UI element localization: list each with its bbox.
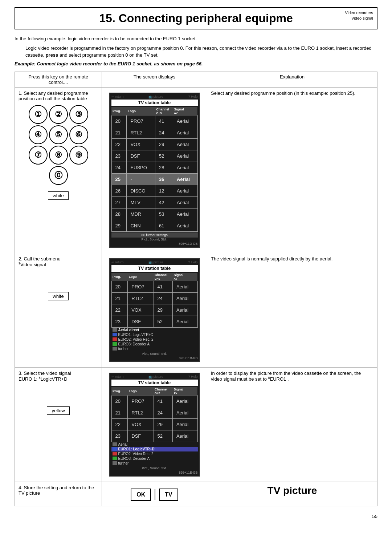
num-btn-4[interactable]: ④ bbox=[29, 125, 48, 144]
step3-mid: ↩ return 📺 picture ? Help TV station tab… bbox=[102, 367, 207, 482]
step2-mid: ↩ return 📺 picture ? Help TV station tab… bbox=[102, 253, 207, 367]
tv-table-header-3: Prog. Logo ChannelG+S SignalAV bbox=[111, 387, 197, 396]
page-title: 15. Connecting peripheral equipme bbox=[23, 12, 369, 25]
tv-table-2: Prog. Logo ChannelG+S SignalAV 20PRO741A… bbox=[111, 273, 198, 328]
table-header-row: Press this key on the remote control....… bbox=[15, 72, 377, 87]
num-btn-1[interactable]: ① bbox=[29, 105, 48, 124]
step1-text: 1. Select any desired programme position… bbox=[19, 90, 98, 101]
ok-button[interactable]: OK bbox=[131, 489, 151, 501]
tv-table-header-2: Prog. Logo ChannelG+S SignalAV bbox=[111, 273, 197, 281]
intro-line1: In the following example, logic video re… bbox=[15, 35, 377, 42]
tv-nav-picture-2: 📺 picture bbox=[148, 260, 163, 264]
tv-screen-2: ↩ return 📺 picture ? Help TV station tab… bbox=[109, 258, 200, 362]
num-btn-5[interactable]: ⑤ bbox=[49, 125, 68, 144]
step2-right: The video signal is normally supplied di… bbox=[207, 253, 377, 367]
tv-footer-3-code: Pict., Sound, Std. bbox=[111, 466, 198, 470]
tv-table-3: Prog. Logo ChannelG+S SignalAV 20PRO741A… bbox=[111, 387, 198, 442]
step3-explanation: In order to display the picture from the… bbox=[211, 370, 361, 382]
col3-header: Explanation bbox=[207, 72, 377, 87]
corner-bottom-label: Video signal bbox=[345, 16, 373, 21]
step1-mid: ↩ return 📺 picture ? Help TV station tab… bbox=[102, 87, 207, 253]
tv-footer-2-code: Pict., Sound, Std. bbox=[111, 352, 198, 356]
page-number: 55 bbox=[15, 514, 377, 519]
table-row: 4. Store the setting and return to the T… bbox=[15, 482, 377, 506]
num-btn-6[interactable]: ⑥ bbox=[69, 125, 88, 144]
line-connector bbox=[155, 489, 155, 500]
numpad-grid: ① ② ③ ④ ⑤ ⑥ ⑦ ⑧ ⑨ ⓪ bbox=[29, 105, 88, 185]
tv-picture-label: TV picture bbox=[211, 485, 373, 497]
tv-nav-picture-1: 📺 picture bbox=[148, 95, 163, 98]
page-header: Video recorders Video signal 15. Connect… bbox=[15, 7, 377, 29]
num-btn-9[interactable]: ⑨ bbox=[69, 146, 88, 165]
tv-code-2: 895+11B·GB bbox=[111, 356, 198, 360]
step1-left: 1. Select any desired programme position… bbox=[15, 87, 102, 253]
tv-code-3: 895+11E·GB bbox=[111, 471, 198, 474]
step4-text: 4. Store the setting and return to the T… bbox=[19, 485, 98, 496]
tv-button[interactable]: TV bbox=[159, 489, 178, 501]
num-btn-8[interactable]: ⑧ bbox=[49, 146, 68, 165]
step1-explanation: Select any desired programme position (i… bbox=[211, 90, 355, 96]
tv-code-1: 895+11D·GB bbox=[111, 242, 198, 246]
tv-nav-help-1: ? Help bbox=[188, 95, 197, 98]
tv-table-header: Prog. Logo ChannelG+S SignalAV bbox=[111, 107, 197, 116]
step4-right: TV picture bbox=[207, 482, 377, 506]
step2-text: 2. Call the submenu 9Video signal bbox=[19, 256, 98, 267]
tv-nav-return-3: ↩ return bbox=[111, 375, 124, 378]
tv-title-2: TV station table bbox=[111, 265, 198, 272]
tv-nav-picture-3: 📺 picture bbox=[148, 375, 163, 378]
tv-topnav-3: ↩ return 📺 picture ? Help bbox=[111, 375, 198, 378]
tv-nav-help-3: ? Help bbox=[188, 375, 197, 378]
table-row: 1. Select any desired programme position… bbox=[15, 87, 377, 253]
tv-topnav-2: ↩ return 📺 picture ? Help bbox=[111, 260, 198, 264]
num-btn-7[interactable]: ⑦ bbox=[29, 146, 48, 165]
tv-title-3: TV station table bbox=[111, 380, 198, 386]
table-row: 3. Select the video signal EURO 1: 8Logi… bbox=[15, 367, 377, 482]
tv-screen-3: ↩ return 📺 picture ? Help TV station tab… bbox=[109, 373, 200, 477]
step3-key-yellow[interactable]: yellow bbox=[47, 406, 69, 415]
tv-table-1: Prog. Logo ChannelG+S SignalAV 20PRO741A… bbox=[111, 107, 198, 232]
table-row: 2. Call the submenu 9Video signal white … bbox=[15, 253, 377, 367]
col1-header: Press this key on the remote control.... bbox=[15, 72, 102, 87]
corner-top-label: Video recorders bbox=[345, 10, 373, 16]
tv-topnav-1: ↩ return 📺 picture ? Help bbox=[111, 95, 198, 98]
step2-key-white[interactable]: white bbox=[48, 292, 68, 300]
col2-header: The screen displays bbox=[102, 72, 207, 87]
tv-nav-return-1: ↩ return bbox=[111, 95, 124, 98]
tv-nav-return-2: ↩ return bbox=[111, 260, 124, 264]
step3-left: 3. Select the video signal EURO 1: 8Logi… bbox=[15, 367, 102, 482]
step3-text: 3. Select the video signal EURO 1: 8Logi… bbox=[19, 370, 98, 382]
step4-left: 4. Store the setting and return to the T… bbox=[15, 482, 102, 506]
ok-tv-row: OK TV bbox=[106, 489, 203, 501]
step3-right: In order to display the picture from the… bbox=[207, 367, 377, 482]
step2-left: 2. Call the submenu 9Video signal white bbox=[15, 253, 102, 367]
step1-right: Select any desired programme position (i… bbox=[207, 87, 377, 253]
tv-footer2-1: Pict., Sound, Std., bbox=[111, 238, 198, 241]
num-btn-0[interactable]: ⓪ bbox=[49, 166, 68, 185]
tv-submenu-3: Aerial EURO1: LogicVTR+D EURO2: Video Re… bbox=[111, 442, 198, 466]
example-text: Example: Connect logic video recorder to… bbox=[15, 61, 377, 66]
intro-line2: Logic video recorder is programmed in th… bbox=[25, 45, 377, 59]
tv-footer-1: >> further settings bbox=[111, 232, 198, 238]
instruction-table: Press this key on the remote control....… bbox=[15, 72, 377, 506]
step4-mid: OK TV bbox=[102, 482, 207, 506]
step1-key-white[interactable]: white bbox=[48, 191, 68, 200]
num-btn-3[interactable]: ③ bbox=[69, 105, 88, 124]
tv-submenu-2: Aerial direct EURO1: LogicVTR+D EURO2: V… bbox=[111, 328, 198, 351]
num-btn-2[interactable]: ② bbox=[49, 105, 68, 124]
step2-explanation: The video signal is normally supplied di… bbox=[211, 256, 332, 262]
tv-screen-1: ↩ return 📺 picture ? Help TV station tab… bbox=[109, 93, 200, 248]
corner-labels: Video recorders Video signal bbox=[345, 10, 373, 21]
tv-nav-help-2: ? Help bbox=[188, 260, 197, 264]
tv-title-1: TV station table bbox=[111, 100, 198, 106]
